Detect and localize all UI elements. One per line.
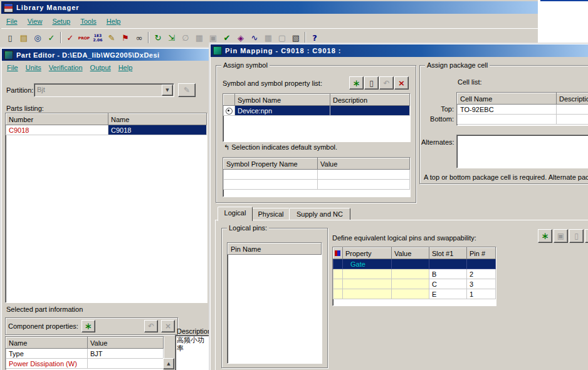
browse-symbol-button[interactable]: ▯ xyxy=(364,76,379,90)
gate-group-row[interactable]: Gate xyxy=(333,259,496,269)
edit-partition-button[interactable]: ✎ xyxy=(178,83,196,97)
more-equivalence-button[interactable]: ▤ xyxy=(585,229,588,243)
part-editor-titlebar[interactable]: Part Editor - D:\EDA_lib\WG2005\DxDesi xyxy=(2,49,212,61)
menu-verification[interactable]: Verification xyxy=(49,64,83,71)
table-cell[interactable] xyxy=(333,289,343,299)
radio-selected-icon[interactable] xyxy=(226,108,233,115)
menu-file[interactable]: File xyxy=(6,18,18,25)
col-header-number[interactable]: Number xyxy=(6,114,108,125)
tab-logical[interactable]: Logical xyxy=(218,207,253,221)
property-cell[interactable] xyxy=(343,269,392,279)
equivalence-row[interactable]: C 3 xyxy=(333,279,496,289)
scroll-up-button[interactable]: ▲ xyxy=(163,358,174,369)
pin-number-cell[interactable]: 2 xyxy=(467,269,496,279)
cell-row-top[interactable]: TO-92EBC xyxy=(458,105,588,115)
edit-icon[interactable]: ✎ xyxy=(105,31,118,44)
tab-supply-nc[interactable]: Supply and NC xyxy=(289,208,350,221)
menu-output[interactable]: Output xyxy=(90,64,111,71)
menu-view[interactable]: View xyxy=(28,18,43,25)
add-equivalence-button[interactable]: ∗ xyxy=(538,229,552,243)
part-name-cell[interactable]: C9018 xyxy=(108,125,207,135)
table-cell[interactable] xyxy=(467,259,496,269)
symbol-name-cell[interactable]: Device:npn xyxy=(235,106,330,116)
check-document-icon[interactable]: ✓ xyxy=(45,31,58,44)
delete-property-button[interactable]: × xyxy=(161,320,175,332)
property-row[interactable]: Type BJT xyxy=(6,349,164,359)
col-header-value[interactable]: Value xyxy=(392,248,429,259)
partition-select[interactable]: Bjt ▼ xyxy=(34,83,174,97)
chevron-down-icon[interactable]: ▼ xyxy=(162,85,173,96)
symbol-property-row[interactable] xyxy=(224,180,410,190)
col-header-slot[interactable]: Slot #1 xyxy=(429,248,467,259)
main-titlebar[interactable]: Library Manager xyxy=(1,1,542,14)
equivalence-row[interactable]: E 1 xyxy=(333,289,496,299)
flag-icon[interactable]: ⚑ xyxy=(118,31,132,44)
col-header-symbol-property[interactable]: Symbol Property Name xyxy=(224,158,318,170)
table-cell[interactable] xyxy=(318,170,410,180)
table-cell[interactable] xyxy=(557,105,588,115)
table-cell[interactable] xyxy=(224,170,318,180)
prop-icon[interactable]: PROP xyxy=(77,31,91,44)
table-cell[interactable] xyxy=(557,115,588,125)
grid-icon[interactable]: ▦ xyxy=(192,31,206,44)
pin-number-cell[interactable]: 1 xyxy=(467,289,496,299)
alternates-box[interactable] xyxy=(456,135,588,168)
property-cell[interactable] xyxy=(343,279,392,289)
top-cell-name[interactable]: TO-92EBC xyxy=(458,105,557,115)
open-icon[interactable]: ▤ xyxy=(17,31,31,44)
table-cell[interactable] xyxy=(333,259,343,269)
equivalence-row[interactable]: B 2 xyxy=(333,269,496,279)
paste-equivalence-button[interactable]: ▯ xyxy=(569,229,584,243)
new-icon[interactable]: ▯ xyxy=(3,31,17,44)
property-cell[interactable] xyxy=(343,289,392,299)
value-cell[interactable] xyxy=(392,289,429,299)
property-value-cell[interactable] xyxy=(88,359,164,369)
tab-physical[interactable]: Physical xyxy=(252,208,290,221)
menu-tools[interactable]: Tools xyxy=(80,18,97,25)
slot-cell[interactable]: B xyxy=(429,269,467,279)
col-header-name[interactable]: Name xyxy=(108,114,207,125)
property-name-cell[interactable]: Type xyxy=(6,349,88,359)
property-name-cell[interactable]: Power Dissipation (W) xyxy=(6,359,88,369)
parts-row[interactable]: C9018 C9018 xyxy=(6,125,207,135)
table-cell[interactable] xyxy=(392,259,429,269)
copy-equivalence-button[interactable]: ▣ xyxy=(554,229,568,243)
part-number-cell[interactable]: C9018 xyxy=(6,125,108,135)
col-header-prop-name[interactable]: Name xyxy=(6,337,88,349)
verify-icon[interactable]: ✓ xyxy=(63,31,77,44)
value-cell[interactable] xyxy=(392,279,429,289)
table-cell[interactable] xyxy=(429,259,467,269)
col-header-symbol-name[interactable]: Symbol Name xyxy=(235,95,330,106)
slot-cell[interactable]: C xyxy=(429,279,467,289)
col-header-description[interactable]: Description xyxy=(330,95,410,106)
symbol-description-cell[interactable] xyxy=(330,106,410,116)
table-cell[interactable] xyxy=(333,279,343,289)
cell-row-bottom[interactable] xyxy=(458,115,588,125)
print-preview-icon[interactable]: ◎ xyxy=(31,31,45,44)
col-header-pin-name[interactable]: Pin Name xyxy=(228,244,322,255)
value-cell[interactable] xyxy=(392,269,429,279)
slash-icon[interactable]: ∅ xyxy=(179,31,192,44)
undo-property-button[interactable]: ↶ xyxy=(144,320,158,332)
pin-mapping-titlebar[interactable]: Pin Mapping - C9018 : C9018 : xyxy=(211,44,588,57)
property-value-cell[interactable]: BJT xyxy=(88,349,164,359)
property-row[interactable]: Power Dissipation (W) xyxy=(6,359,164,369)
slot-cell[interactable]: E xyxy=(429,289,467,299)
col-header-value[interactable]: Value xyxy=(318,158,410,170)
add-symbol-button[interactable]: ∗ xyxy=(349,76,364,90)
menu-help[interactable]: Help xyxy=(107,18,121,25)
table-cell[interactable] xyxy=(318,180,410,190)
undo-symbol-button[interactable]: ↶ xyxy=(379,76,394,90)
radio-cell[interactable] xyxy=(224,106,235,116)
symbol-property-row[interactable] xyxy=(224,170,410,180)
pin-number-cell[interactable]: 3 xyxy=(467,279,496,289)
menu-help[interactable]: Help xyxy=(118,64,133,71)
col-header-pin-number[interactable]: Pin # xyxy=(467,248,496,259)
gate-label-cell[interactable]: Gate xyxy=(343,259,392,269)
menu-setup[interactable]: Setup xyxy=(52,18,70,25)
col-header-property[interactable]: Property xyxy=(343,248,392,259)
search-icon[interactable]: ∞ xyxy=(132,31,146,44)
symbol-row[interactable]: Device:npn xyxy=(224,106,410,116)
bottom-cell-name[interactable] xyxy=(458,115,557,125)
import-icon[interactable]: ⇲ xyxy=(165,31,179,44)
